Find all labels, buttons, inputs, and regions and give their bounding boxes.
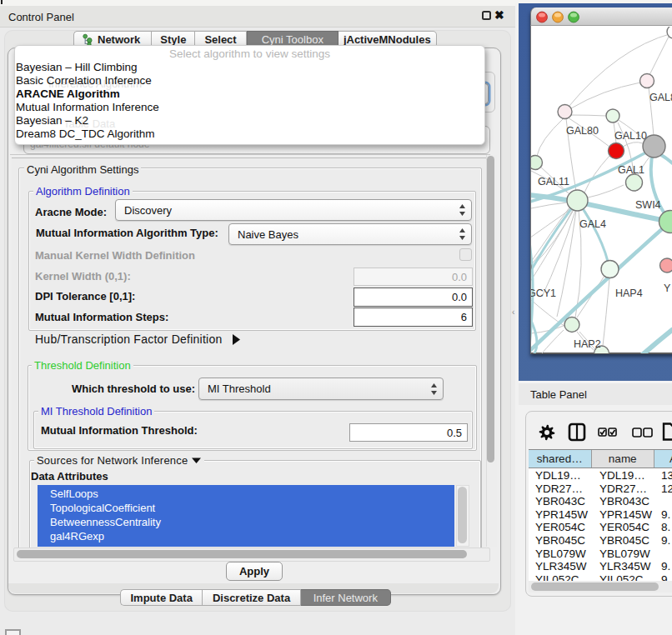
svg-text:Y: Y <box>664 282 671 294</box>
svg-text:GAL1: GAL1 <box>618 164 644 176</box>
svg-text:GAL10: GAL10 <box>614 130 647 142</box>
svg-text:GAL4: GAL4 <box>579 218 606 230</box>
svg-text:GAL80: GAL80 <box>566 125 599 137</box>
svg-text:GCY1: GCY1 <box>531 288 556 299</box>
svg-text:HAP2: HAP2 <box>574 338 601 350</box>
svg-text:SWI4: SWI4 <box>635 199 661 211</box>
svg-text:GAL8: GAL8 <box>649 92 672 103</box>
svg-text:HAP4: HAP4 <box>615 288 643 299</box>
svg-text:GAL11: GAL11 <box>538 176 569 188</box>
